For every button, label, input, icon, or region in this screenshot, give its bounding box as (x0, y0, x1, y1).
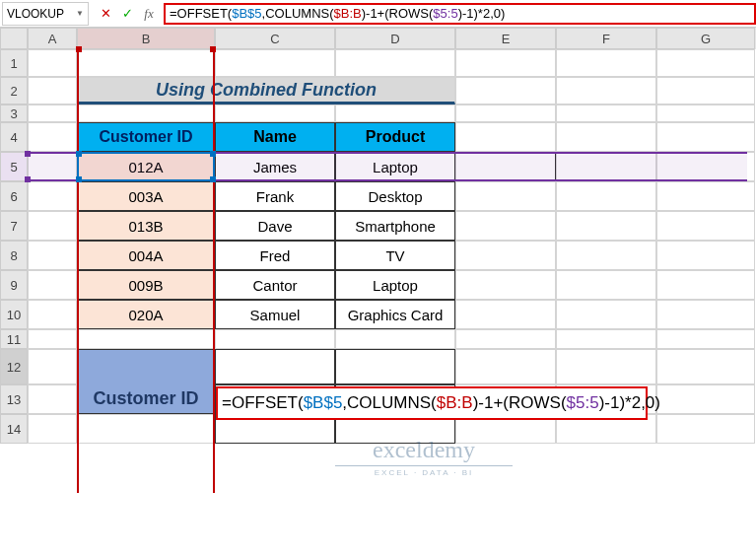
cell-F4[interactable] (556, 122, 656, 152)
row-header-5[interactable]: 5 (0, 152, 28, 181)
cell-A2[interactable] (28, 77, 77, 104)
cell-G9[interactable] (656, 270, 755, 300)
cell-E12[interactable] (455, 349, 556, 384)
cell-E3[interactable] (455, 104, 556, 122)
cell-A12[interactable] (28, 349, 77, 384)
cell-E7[interactable] (455, 211, 556, 241)
cell-G6[interactable] (656, 181, 755, 211)
table-header-customer-id[interactable]: Customer ID (77, 122, 215, 152)
cell-D9[interactable]: Laptop (335, 270, 455, 300)
cell-D11[interactable] (335, 329, 455, 349)
cell-A10[interactable] (28, 300, 77, 329)
cell-A14[interactable] (28, 414, 77, 444)
cell-E11[interactable] (455, 329, 556, 349)
cell-F10[interactable] (556, 300, 656, 329)
cell-G4[interactable] (656, 122, 755, 152)
title-banner[interactable]: Using Combined Function (77, 77, 455, 104)
cell-B10[interactable]: 020A (77, 300, 215, 329)
cell-G7[interactable] (656, 211, 755, 241)
cell-E6[interactable] (455, 181, 556, 211)
cell-F7[interactable] (556, 211, 656, 241)
cell-D5[interactable]: Laptop (335, 152, 455, 181)
col-header-E[interactable]: E (455, 28, 556, 49)
cell-G5[interactable] (656, 152, 755, 181)
row-header-1[interactable]: 1 (0, 49, 28, 77)
col-header-C[interactable]: C (215, 28, 335, 49)
cell-E4[interactable] (455, 122, 556, 152)
cell-E10[interactable] (455, 300, 556, 329)
cell-E2[interactable] (455, 77, 556, 104)
cell-G11[interactable] (656, 329, 755, 349)
cell-C3[interactable] (215, 104, 335, 122)
row-header-13[interactable]: 13 (0, 384, 28, 414)
cancel-icon[interactable]: ✕ (97, 5, 114, 23)
cell-C10[interactable]: Samuel (215, 300, 335, 329)
cell-D8[interactable]: TV (335, 241, 455, 270)
cell-A5[interactable] (28, 152, 77, 181)
row-header-4[interactable]: 4 (0, 122, 28, 152)
row-header-11[interactable]: 11 (0, 329, 28, 349)
cell-C12[interactable] (215, 349, 335, 384)
fx-icon[interactable]: fx (140, 5, 158, 23)
table-header-product[interactable]: Product (335, 122, 455, 152)
cell-F8[interactable] (556, 241, 656, 270)
cell-B8[interactable]: 004A (77, 241, 215, 270)
cell-C1[interactable] (215, 49, 335, 77)
col-header-D[interactable]: D (335, 28, 455, 49)
cell-G12[interactable] (656, 349, 755, 384)
cell-B14[interactable] (77, 414, 215, 444)
table-header-name[interactable]: Name (215, 122, 335, 152)
active-cell-formula-overlay[interactable]: =OFFSET($B$5,COLUMNS($B:B)-1+(ROWS($5:5)… (216, 386, 648, 420)
cell-E1[interactable] (455, 49, 556, 77)
cell-G2[interactable] (656, 77, 755, 104)
cell-F3[interactable] (556, 104, 656, 122)
cell-D3[interactable] (335, 104, 455, 122)
cell-B7[interactable]: 013B (77, 211, 215, 241)
col-header-A[interactable]: A (28, 28, 77, 49)
cell-F5[interactable] (556, 152, 656, 181)
cell-B6[interactable]: 003A (77, 181, 215, 211)
cell-A6[interactable] (28, 181, 77, 211)
col-header-F[interactable]: F (556, 28, 656, 49)
cell-A4[interactable] (28, 122, 77, 152)
cell-B9[interactable]: 009B (77, 270, 215, 300)
cell-A8[interactable] (28, 241, 77, 270)
cell-C8[interactable]: Fred (215, 241, 335, 270)
cell-A1[interactable] (28, 49, 77, 77)
row-header-12[interactable]: 12 (0, 349, 28, 384)
cell-D12[interactable] (335, 349, 455, 384)
cell-G1[interactable] (656, 49, 755, 77)
row-header-3[interactable]: 3 (0, 104, 28, 122)
cell-B5[interactable]: 012A (77, 152, 215, 181)
cell-C7[interactable]: Dave (215, 211, 335, 241)
cell-A9[interactable] (28, 270, 77, 300)
cell-A11[interactable] (28, 329, 77, 349)
cell-C9[interactable]: Cantor (215, 270, 335, 300)
cell-F1[interactable] (556, 49, 656, 77)
cell-A3[interactable] (28, 104, 77, 122)
accept-icon[interactable]: ✓ (118, 5, 136, 23)
cell-F9[interactable] (556, 270, 656, 300)
row-header-10[interactable]: 10 (0, 300, 28, 329)
cell-G10[interactable] (656, 300, 755, 329)
cell-B12[interactable] (77, 349, 215, 384)
row-header-2[interactable]: 2 (0, 77, 28, 104)
cell-F6[interactable] (556, 181, 656, 211)
name-box[interactable]: VLOOKUP ▼ (2, 2, 89, 26)
cell-E8[interactable] (455, 241, 556, 270)
cell-B1[interactable] (77, 49, 215, 77)
col-header-G[interactable]: G (656, 28, 755, 49)
cell-D7[interactable]: Smartphone (335, 211, 455, 241)
cell-B11[interactable] (77, 329, 215, 349)
cell-G13[interactable] (656, 384, 755, 414)
cell-G14[interactable] (656, 414, 755, 444)
col-header-B[interactable]: B (77, 28, 215, 49)
chevron-down-icon[interactable]: ▼ (76, 9, 84, 18)
cell-F2[interactable] (556, 77, 656, 104)
cell-G8[interactable] (656, 241, 755, 270)
cell-C11[interactable] (215, 329, 335, 349)
row-header-6[interactable]: 6 (0, 181, 28, 211)
cell-F12[interactable] (556, 349, 656, 384)
cell-E9[interactable] (455, 270, 556, 300)
row-header-7[interactable]: 7 (0, 211, 28, 241)
